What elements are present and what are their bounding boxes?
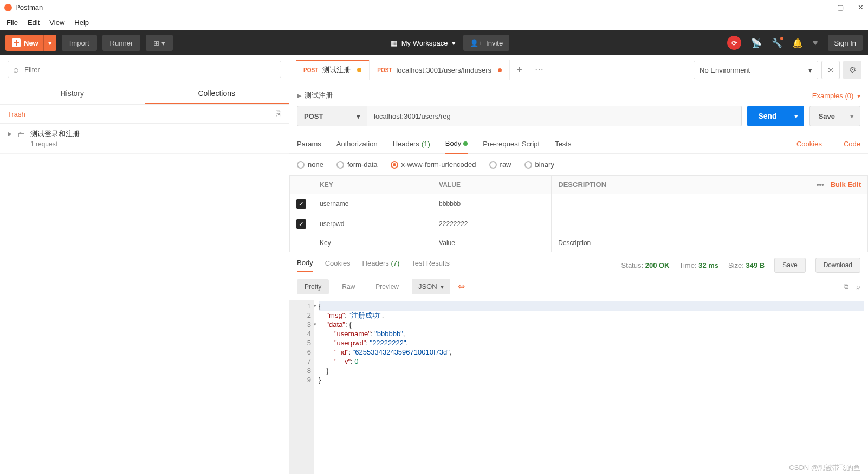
- params-table: KEY VALUE DESCRIPTION ••• Bulk Edit ✓ us…: [289, 175, 868, 252]
- send-dropdown[interactable]: ▾: [788, 106, 804, 126]
- resp-tab-headers[interactable]: Headers (7): [362, 259, 400, 272]
- raw-button[interactable]: Raw: [334, 279, 362, 294]
- more-icon[interactable]: •••: [817, 181, 824, 189]
- environment-select[interactable]: No Environment ▾: [694, 61, 818, 79]
- main-toolbar: New ▾ Import Runner ⊞ ▾ ▦ My Workspace ▾…: [0, 30, 868, 55]
- tab-params[interactable]: Params: [297, 134, 321, 153]
- new-window-button[interactable]: ⊞ ▾: [146, 35, 173, 51]
- code-lines[interactable]: { "msg": "注册成功", "data": { "username": "…: [314, 300, 868, 474]
- invite-button[interactable]: 👤+ Invite: [463, 35, 509, 51]
- code-link[interactable]: Code: [844, 140, 860, 148]
- satellite-icon[interactable]: 📡: [751, 38, 762, 48]
- col-value: VALUE: [432, 176, 552, 194]
- desc-input[interactable]: Description: [552, 234, 868, 252]
- row-checkbox[interactable]: ✓: [296, 219, 306, 229]
- filter-input[interactable]: [8, 61, 281, 78]
- tab-history[interactable]: History: [0, 83, 145, 104]
- new-tab-button[interactable]: +: [510, 60, 529, 80]
- radio-binary[interactable]: binary: [524, 160, 554, 169]
- preview-button[interactable]: Preview: [368, 279, 406, 294]
- heart-icon[interactable]: ♥: [813, 38, 818, 48]
- method-select[interactable]: POST ▾: [297, 106, 367, 126]
- cell-key[interactable]: username: [313, 194, 432, 214]
- cell-desc[interactable]: [552, 194, 868, 214]
- radio-form-data[interactable]: form-data: [336, 160, 378, 169]
- bulk-edit-link[interactable]: Bulk Edit: [831, 181, 861, 189]
- menu-help[interactable]: Help: [74, 18, 89, 27]
- tab-prerequest[interactable]: Pre-request Script: [483, 134, 540, 153]
- resp-tab-cookies[interactable]: Cookies: [325, 259, 351, 272]
- close-icon[interactable]: ✕: [858, 3, 864, 11]
- sidebar-tabs: History Collections: [0, 83, 289, 105]
- request-name-row: ▶ 测试注册 Examples (0) ▾: [289, 85, 868, 106]
- app-logo-icon: [4, 4, 12, 11]
- chevron-down-icon: ▾: [452, 39, 456, 47]
- chevron-down-icon: ▾: [357, 112, 360, 120]
- workspace-switcher: ▦ My Workspace ▾ 👤+ Invite: [391, 35, 509, 51]
- cell-key[interactable]: userpwd: [313, 214, 432, 234]
- tab-tests[interactable]: Tests: [555, 134, 571, 153]
- trash-link[interactable]: Trash: [8, 110, 25, 118]
- caret-right-icon[interactable]: ▶: [297, 92, 301, 99]
- env-quicklook-icon[interactable]: 👁: [821, 61, 840, 79]
- url-input[interactable]: [367, 106, 742, 126]
- save-button[interactable]: Save: [809, 106, 844, 126]
- maximize-icon[interactable]: ▢: [837, 3, 844, 11]
- cell-desc[interactable]: [552, 214, 868, 234]
- sync-icon[interactable]: ⟳: [727, 36, 741, 50]
- tab-overflow-button[interactable]: ⋯: [529, 60, 549, 80]
- menu-bar: File Edit View Help: [0, 15, 868, 30]
- cell-value[interactable]: 22222222: [432, 214, 552, 234]
- new-collection-icon[interactable]: ⎘: [276, 109, 281, 119]
- request-tab-1[interactable]: POST 测试注册: [296, 60, 370, 80]
- search-icon[interactable]: ⌕: [856, 282, 860, 291]
- row-checkbox[interactable]: ✓: [296, 199, 306, 209]
- pretty-button[interactable]: Pretty: [297, 279, 329, 294]
- response-status: Status: 200 OK Time: 32 ms Size: 349 B S…: [621, 258, 860, 273]
- cell-value[interactable]: bbbbbb: [432, 194, 552, 214]
- examples-link[interactable]: Examples (0) ▾: [812, 92, 860, 100]
- trash-row: Trash ⎘: [0, 105, 289, 124]
- resp-tab-tests[interactable]: Test Results: [411, 259, 450, 272]
- radio-urlencoded[interactable]: x-www-form-urlencoded: [391, 160, 476, 169]
- cookies-link[interactable]: Cookies: [796, 140, 822, 148]
- minimize-icon[interactable]: —: [816, 3, 823, 11]
- import-button[interactable]: Import: [62, 35, 97, 51]
- value-input[interactable]: Value: [432, 234, 552, 252]
- menu-edit[interactable]: Edit: [28, 18, 40, 27]
- radio-raw[interactable]: raw: [489, 160, 511, 169]
- wrap-lines-icon[interactable]: ⇔: [458, 281, 465, 292]
- menu-view[interactable]: View: [49, 18, 64, 27]
- bell-icon[interactable]: 🔔: [792, 38, 803, 48]
- workspace-label[interactable]: ▦ My Workspace ▾: [391, 39, 456, 47]
- tab-collections[interactable]: Collections: [145, 83, 289, 104]
- env-settings-icon[interactable]: ⚙: [843, 61, 861, 79]
- new-dropdown[interactable]: ▾: [43, 35, 56, 51]
- new-button[interactable]: New: [5, 35, 45, 51]
- request-subtabs: Params Authorization Headers (1) Body Pr…: [289, 134, 868, 154]
- resp-tab-body[interactable]: Body: [297, 259, 313, 272]
- tab-body[interactable]: Body: [445, 134, 468, 154]
- response-tabs: Body Cookies Headers (7) Test Results St…: [289, 252, 868, 273]
- table-row: ✓ username bbbbbb: [290, 194, 868, 214]
- wrench-icon[interactable]: 🔧: [772, 38, 782, 48]
- radio-none[interactable]: none: [297, 160, 323, 169]
- signin-button[interactable]: Sign In: [828, 35, 863, 51]
- format-select[interactable]: JSON ▾: [412, 279, 450, 294]
- unsaved-dot-icon: [498, 68, 502, 72]
- main-area: History Collections Trash ⎘ ▶ 🗀 测试登录和注册 …: [0, 55, 868, 476]
- person-plus-icon: 👤+: [470, 39, 483, 47]
- send-button[interactable]: Send: [747, 106, 787, 126]
- watermark: CSDN @想被带飞的鱼: [789, 463, 860, 473]
- save-dropdown[interactable]: ▾: [844, 106, 860, 126]
- menu-file[interactable]: File: [7, 18, 18, 27]
- key-input[interactable]: Key: [313, 234, 432, 252]
- tab-authorization[interactable]: Authorization: [336, 134, 378, 153]
- response-save-button[interactable]: Save: [774, 258, 805, 273]
- collection-item[interactable]: ▶ 🗀 测试登录和注册 1 request: [0, 124, 289, 154]
- tab-headers[interactable]: Headers (1): [393, 134, 430, 153]
- runner-button[interactable]: Runner: [102, 35, 141, 51]
- request-tab-2[interactable]: POST localhost:3001/users/findusers: [370, 60, 510, 80]
- copy-icon[interactable]: ⧉: [844, 282, 848, 291]
- response-download-button[interactable]: Download: [815, 258, 860, 273]
